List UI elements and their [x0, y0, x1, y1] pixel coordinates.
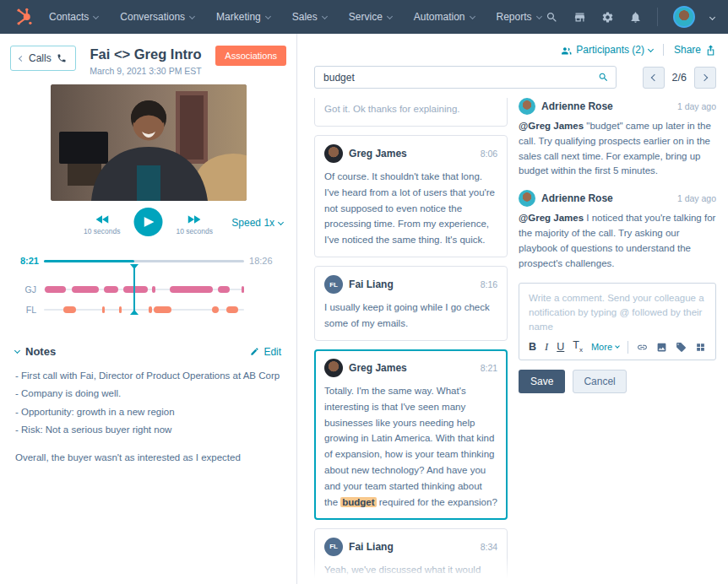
associations-button[interactable]: Associations — [215, 46, 286, 66]
comment: Adrienne Rose1 day ago@Greg James "budge… — [519, 98, 716, 179]
settings-icon[interactable] — [601, 11, 614, 24]
comment-placeholder: Write a comment. Send your colleague a n… — [529, 291, 706, 335]
comment-text: @Greg James "budget" came up later in th… — [519, 119, 716, 179]
chevron-down-icon — [536, 13, 542, 19]
message-text: Of course. It shouldn't take that long. … — [324, 169, 497, 248]
more-formatting-dropdown[interactable]: More — [591, 342, 619, 352]
clear-formatting-button[interactable]: Tx — [573, 340, 583, 354]
transcript-message[interactable]: Greg James8:21Totally. I'm the same way.… — [314, 349, 508, 520]
edit-notes-link[interactable]: Edit — [250, 346, 281, 358]
comment-buttons: Save Cancel — [519, 370, 716, 393]
nav-item-marketing[interactable]: Marketing — [216, 11, 270, 23]
speech-segment — [104, 286, 118, 293]
play-button[interactable] — [134, 208, 163, 236]
table-icon[interactable] — [695, 342, 706, 353]
call-recording-video[interactable] — [51, 84, 247, 201]
speech-segment — [226, 306, 238, 313]
participants-icon — [561, 45, 572, 56]
speaker-name: Fai Liang — [349, 278, 394, 290]
bold-button[interactable]: B — [529, 342, 536, 353]
more-label: More — [591, 342, 612, 352]
transcript-message[interactable]: Got it. Ok thanks for explaining. — [314, 98, 508, 127]
speech-segment — [152, 286, 155, 293]
message-text: Got it. Ok thanks for explaining. — [324, 101, 497, 117]
comment-header: Adrienne Rose1 day ago — [519, 190, 716, 207]
result-position: 2/6 — [672, 72, 687, 84]
marketplace-icon[interactable] — [573, 11, 586, 24]
comment-editor[interactable]: Write a comment. Send your colleague a n… — [519, 283, 716, 360]
search-result-pager: 2/6 — [643, 67, 716, 89]
chevron-down-icon — [278, 219, 284, 224]
nav-item-service[interactable]: Service — [349, 11, 392, 23]
previous-result-button[interactable] — [643, 67, 665, 89]
next-result-button[interactable] — [694, 67, 716, 89]
back-to-calls-button[interactable]: Calls — [10, 46, 76, 71]
nav-item-automation[interactable]: Automation — [414, 11, 475, 23]
playback-speed-dropdown[interactable]: Speed 1x — [231, 217, 283, 229]
rewind-icon — [95, 215, 108, 224]
note-line: - Company is doing well. — [15, 385, 281, 403]
speaker-name: Fai Liang — [349, 541, 394, 553]
save-button[interactable]: Save — [519, 370, 565, 393]
nav-item-sales[interactable]: Sales — [292, 11, 327, 23]
text-segment: @Greg James — [519, 121, 584, 131]
nav-item-label: Sales — [292, 11, 318, 23]
progress-bar[interactable] — [44, 260, 244, 262]
transcript-message[interactable]: FLFai Liang8:16I usually keep it going w… — [314, 266, 508, 341]
chevron-left-icon — [650, 73, 657, 80]
italic-button[interactable]: I — [545, 342, 548, 353]
comment-text: @Greg James I noticed that you're talkin… — [519, 211, 716, 271]
snippet-icon[interactable] — [676, 342, 687, 353]
participants-label: Participants (2) — [576, 44, 644, 56]
nav-item-contacts[interactable]: Contacts — [49, 11, 98, 23]
speech-segment — [102, 306, 106, 313]
call-review-panel: Calls Fai <> Greg Intro March 9, 2021 3:… — [0, 34, 297, 584]
underline-button[interactable]: U — [557, 342, 564, 353]
collapse-chevron-icon[interactable] — [14, 348, 20, 354]
avatar — [324, 359, 343, 377]
text-segment: required for the expansion? — [377, 497, 497, 507]
text-segment: Of course. It shouldn't take that long. … — [324, 171, 495, 245]
note-line: - First call with Fai, Director of Produ… — [15, 367, 281, 385]
message-text: Totally. I'm the same way. What's intere… — [324, 383, 497, 511]
nav-item-label: Service — [349, 11, 383, 23]
chevron-left-icon — [19, 55, 24, 61]
chevron-down-icon — [469, 13, 475, 19]
transcript-message[interactable]: FLFai Liang8:34Yeah, we've discussed wha… — [314, 528, 508, 582]
message-header: FLFai Liang8:34 — [324, 538, 497, 556]
cancel-button[interactable]: Cancel — [573, 370, 626, 393]
speaker-name: Greg James — [349, 148, 407, 160]
rewind-10-seconds-button[interactable]: 10 seconds — [84, 215, 120, 235]
speech-segment — [218, 286, 230, 293]
transcript-search-input[interactable] — [314, 66, 617, 89]
search-icon[interactable] — [546, 11, 558, 24]
message-timestamp: 8:21 — [481, 363, 497, 373]
participants-dropdown[interactable]: Participants (2) — [561, 44, 653, 56]
timeline-row: 8:21 18:26 — [8, 255, 285, 267]
text-segment: @Greg James — [519, 213, 584, 223]
speaker-tracks: GJFL — [8, 279, 285, 320]
panel-actions: Participants (2) Share — [314, 41, 716, 59]
speaker-track-line[interactable] — [44, 309, 244, 311]
forward-10-seconds-button[interactable]: 10 seconds — [177, 215, 213, 235]
link-icon[interactable] — [637, 342, 648, 353]
notifications-icon[interactable] — [629, 11, 642, 24]
nav-item-reports[interactable]: Reports — [497, 11, 541, 23]
speech-segment — [63, 306, 76, 313]
chevron-down-icon[interactable] — [709, 14, 715, 19]
share-icon — [705, 45, 716, 56]
share-button[interactable]: Share — [674, 44, 716, 56]
speed-label: Speed 1x — [231, 217, 274, 229]
image-icon[interactable] — [656, 342, 667, 353]
transcript-message[interactable]: Greg James8:06Of course. It shouldn't ta… — [314, 135, 508, 257]
hubspot-logo[interactable] — [12, 6, 37, 28]
initials-avatar: FL — [324, 275, 343, 294]
playback-controls: 10 seconds 10 seconds Speed 1x — [0, 208, 296, 248]
user-avatar[interactable] — [673, 6, 695, 28]
chevron-down-icon — [387, 13, 393, 19]
nav-item-conversations[interactable]: Conversations — [120, 11, 194, 23]
initials-avatar: FL — [324, 538, 343, 556]
speaker-track-line[interactable] — [44, 289, 244, 290]
nav-item-label: Automation — [414, 11, 465, 23]
transcript-list[interactable]: Got it. Ok thanks for explaining.Greg Ja… — [314, 98, 508, 582]
